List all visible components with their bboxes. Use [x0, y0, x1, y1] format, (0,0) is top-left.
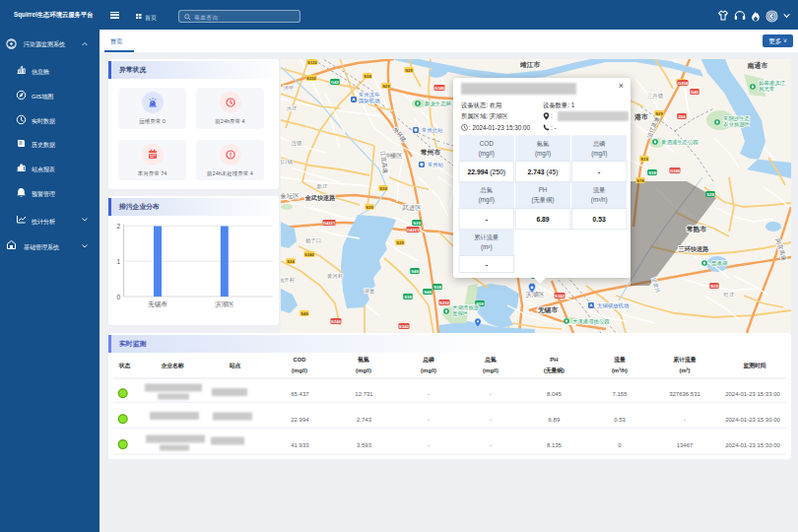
svg-text:S24: S24	[287, 259, 295, 264]
svg-text:污染源监测系统: 污染源监测系统	[23, 40, 66, 48]
svg-text:G204: G204	[678, 81, 689, 86]
svg-text:S39: S39	[366, 205, 373, 210]
svg-text:基础管理系统: 基础管理系统	[24, 243, 60, 251]
svg-text:0.53: 0.53	[614, 417, 626, 423]
svg-text:-: -	[486, 261, 488, 268]
svg-text:总磷: 总磷	[422, 357, 434, 364]
svg-text:(无量纲): (无量纲)	[544, 366, 565, 374]
svg-text:武进区: 武进区	[401, 204, 422, 212]
svg-text:新庄: 新庄	[317, 183, 328, 189]
svg-text:S232: S232	[439, 300, 449, 305]
svg-text:S38: S38	[379, 186, 387, 191]
svg-text:无锡市: 无锡市	[148, 300, 167, 308]
svg-text:S122: S122	[307, 60, 317, 65]
svg-text:G42: G42	[331, 80, 340, 85]
svg-text:7.155: 7.155	[612, 391, 628, 397]
svg-text:65.437: 65.437	[291, 391, 309, 397]
svg-text:常熟市: 常熟市	[687, 225, 707, 233]
svg-text:S48: S48	[411, 269, 419, 274]
svg-text:企业名称: 企业名称	[160, 363, 183, 369]
svg-text:(mg/l): (mg/l)	[479, 196, 495, 204]
svg-text:-: -	[490, 417, 492, 423]
svg-text:S48: S48	[424, 290, 432, 295]
svg-text:无锡市: 无锡市	[537, 305, 559, 314]
svg-text:(mg/l): (mg/l)	[356, 367, 371, 373]
svg-text:8.045: 8.045	[547, 391, 563, 397]
svg-text:(m³): (m³)	[680, 367, 691, 373]
svg-text:连塘: 连塘	[292, 140, 302, 147]
svg-text:大溪港湿地公园: 大溪港湿地公园	[572, 318, 610, 325]
svg-text:COD: COD	[480, 140, 494, 147]
svg-text:流量: 流量	[613, 356, 626, 364]
svg-text:-: -	[428, 442, 430, 448]
svg-text:S78: S78	[636, 178, 644, 183]
svg-text:(m³): (m³)	[481, 243, 493, 251]
svg-text:杨子口: 杨子口	[304, 237, 321, 244]
svg-text:湖金: 湖金	[365, 288, 375, 294]
svg-text:PH: PH	[550, 357, 558, 363]
svg-text:监测时间: 监测时间	[743, 362, 765, 369]
svg-text:度假区: 度假区	[452, 310, 469, 317]
svg-text:2024-01-23 15:33:00: 2024-01-23 15:33:00	[725, 391, 780, 397]
svg-text:22.994 (250): 22.994 (250)	[468, 168, 506, 176]
svg-text:状态: 状态	[118, 363, 131, 369]
svg-text:S29: S29	[382, 84, 390, 89]
svg-text:氨氮: 氨氮	[537, 140, 550, 147]
svg-text:累计流量: 累计流量	[672, 356, 696, 364]
svg-text:(mg/l): (mg/l)	[479, 150, 495, 158]
svg-text:G4221: G4221	[323, 221, 336, 226]
svg-text:2024-01-23 15:30:00: 2024-01-23 15:30:00	[725, 417, 780, 423]
svg-text:13467: 13467	[677, 442, 694, 448]
svg-text:氨氮: 氨氮	[357, 356, 369, 363]
svg-text:6.89: 6.89	[536, 216, 549, 223]
svg-text:0: 0	[618, 442, 622, 448]
svg-text:(mg/l): (mg/l)	[292, 367, 307, 373]
svg-text:旺庄: 旺庄	[724, 292, 735, 298]
svg-text:12.731: 12.731	[355, 391, 373, 397]
svg-text:黄河村: 黄河村	[327, 273, 344, 280]
svg-text:G4221: G4221	[407, 228, 420, 233]
svg-text:(mg/l): (mg/l)	[535, 150, 551, 158]
svg-text:S39: S39	[413, 221, 421, 226]
svg-text:S38: S38	[433, 285, 441, 290]
svg-text:327636.531: 327636.531	[669, 391, 700, 397]
svg-text:S28: S28	[706, 192, 714, 197]
svg-text:0.53: 0.53	[593, 216, 606, 223]
svg-text:(m³/h): (m³/h)	[612, 367, 628, 373]
svg-text:-: -	[490, 391, 492, 397]
svg-text:S29: S29	[655, 111, 663, 116]
svg-text:(mg/l): (mg/l)	[483, 367, 499, 373]
svg-text:S342: S342	[399, 324, 409, 329]
svg-text:2: 2	[116, 223, 120, 230]
svg-text:G40: G40	[691, 90, 699, 95]
svg-text:204: 204	[679, 114, 687, 119]
svg-text:S38: S38	[364, 74, 371, 79]
svg-text:S240: S240	[331, 319, 341, 324]
svg-text:流量: 流量	[593, 186, 606, 194]
svg-text:S38: S38	[648, 170, 656, 175]
svg-text:0: 0	[116, 294, 120, 300]
svg-text:实时数据: 实时数据	[32, 118, 55, 125]
svg-text:无锡硕放机场: 无锡硕放机场	[597, 302, 629, 309]
svg-text:22.994: 22.994	[291, 417, 309, 423]
svg-text:S39: S39	[396, 240, 404, 245]
svg-text:S19: S19	[710, 284, 718, 289]
svg-text:-: -	[684, 417, 686, 423]
svg-text:总氮: 总氮	[480, 186, 494, 193]
svg-text:-: -	[428, 417, 430, 423]
svg-text:港市: 港市	[633, 112, 648, 121]
svg-text:黄泗浦生态公园: 黄泗浦生态公园	[661, 139, 698, 146]
svg-text:G346: G346	[670, 168, 681, 173]
svg-text:GIS地图: GIS地图	[32, 94, 53, 100]
svg-text:-: -	[490, 442, 492, 448]
svg-text:8.135: 8.135	[547, 442, 563, 448]
svg-text:三丹塘: 三丹塘	[647, 93, 664, 100]
svg-text:(无量纲): (无量纲)	[531, 196, 554, 204]
svg-text:金武快速路: 金武快速路	[305, 194, 337, 202]
svg-text:常州站: 常州站	[428, 162, 444, 167]
svg-text:新龙生态林: 新龙生态林	[425, 100, 452, 106]
svg-text:累计流量: 累计流量	[474, 233, 499, 241]
svg-text:2.743: 2.743	[357, 417, 372, 423]
svg-text:常州市: 常州市	[421, 148, 441, 157]
svg-text:风光带: 风光带	[759, 86, 775, 93]
